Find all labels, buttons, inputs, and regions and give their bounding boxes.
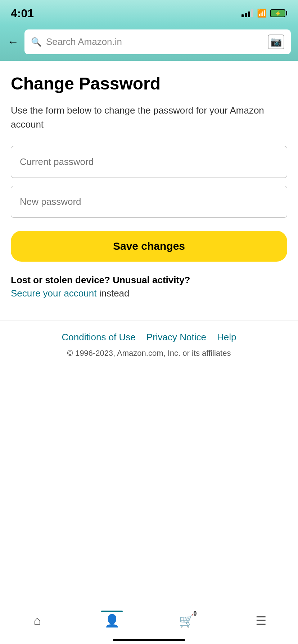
secure-account-link[interactable]: Secure your account [11,288,96,299]
nav-home[interactable]: ⌂ [0,613,74,627]
status-bar: 4:01 📶 ⚡ [0,0,298,25]
privacy-notice-link[interactable]: Privacy Notice [146,332,206,343]
current-password-group [11,146,287,178]
conditions-of-use-link[interactable]: Conditions of Use [62,332,136,343]
new-password-input[interactable] [11,186,287,218]
wifi-icon: 📶 [257,9,267,18]
search-placeholder: Search Amazon.in [46,36,263,47]
battery-icon: ⚡ [270,9,287,17]
instead-text: instead [96,288,129,299]
search-bar-container: ← 🔍 Search Amazon.in 📷 [0,25,298,61]
nav-cart[interactable]: 🛒 0 [149,613,224,628]
main-content: Change Password Use the form below to ch… [0,61,298,419]
search-icon: 🔍 [31,37,42,47]
back-button[interactable]: ← [7,35,19,49]
cart-icon-wrapper: 🛒 0 [179,613,194,628]
footer-links: Conditions of Use Privacy Notice Help [11,332,287,343]
page-title: Change Password [11,74,287,93]
cart-badge: 0 [194,611,197,617]
nav-tab-indicator [101,611,123,612]
home-icon: ⌂ [33,613,41,627]
signal-icon [241,9,253,17]
nav-menu[interactable]: ☰ [224,613,298,628]
cart-icon: 🛒 [179,614,194,627]
footer-divider [0,321,298,321]
new-password-group [11,186,287,218]
menu-icon: ☰ [256,613,266,628]
page-description: Use the form below to change the passwor… [11,104,287,132]
footer-copyright: © 1996-2023, Amazon.com, Inc. or its aff… [11,349,287,358]
help-link[interactable]: Help [217,332,236,343]
search-box[interactable]: 🔍 Search Amazon.in 📷 [24,29,291,54]
secure-account-line: Secure your account instead [11,288,287,299]
account-icon: 👤 [104,613,119,628]
nav-account[interactable]: 👤 [74,613,149,628]
bottom-spacer [11,358,287,405]
save-changes-button[interactable]: Save changes [11,231,287,262]
current-password-input[interactable] [11,146,287,178]
status-icons: 📶 ⚡ [241,9,287,18]
bottom-nav: ⌂ 👤 🛒 0 ☰ [0,601,298,644]
lost-device-title: Lost or stolen device? Unusual activity? [11,275,287,286]
lost-device-section: Lost or stolen device? Unusual activity?… [11,275,287,299]
home-bar [113,639,185,641]
camera-icon[interactable]: 📷 [268,34,284,49]
status-time: 4:01 [11,7,34,20]
